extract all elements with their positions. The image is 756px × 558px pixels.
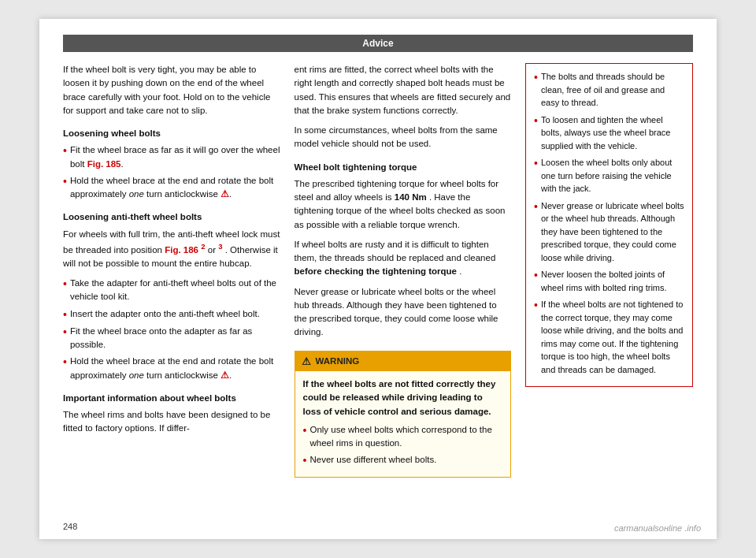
warning-bullet-dot-1: • bbox=[303, 423, 307, 437]
advice-bullet-dot-2: • bbox=[534, 113, 538, 128]
advice-bullet-3: • Loosen the wheel bolts only about one … bbox=[534, 156, 684, 195]
bullet-item-4: • Insert the adapter onto the anti-theft… bbox=[63, 307, 280, 322]
torque-value: 140 Nm bbox=[395, 192, 427, 202]
page-number: 248 bbox=[63, 522, 77, 531]
section2-title: Loosening anti-theft wheel bolts bbox=[63, 210, 280, 224]
bullet-item-1: • Fit the wheel brace as far as it will … bbox=[63, 143, 280, 171]
left-column: If the wheel bolt is very tight, you may… bbox=[63, 63, 280, 478]
bullet-dot-2: • bbox=[63, 174, 67, 188]
warning-item-1: • Only use wheel bolts which correspond … bbox=[303, 423, 503, 451]
mid-para2: In some circumstances, wheel bolts from … bbox=[295, 124, 512, 151]
bullet-text-3: Take the adapter for anti-theft wheel bo… bbox=[70, 277, 280, 304]
warning-bullet-text-1: Only use wheel bolts which correspond to… bbox=[309, 423, 502, 451]
advice-bullet-dot-4: • bbox=[534, 199, 538, 214]
mid-para3: The prescribed tightening torque for whe… bbox=[295, 177, 512, 232]
warning-symbol-2: ⚠ bbox=[220, 370, 229, 380]
warning-para: If the wheel bolts are not fitted correc… bbox=[303, 378, 503, 418]
advice-bullet-2: • To loosen and tighten the wheel bolts,… bbox=[534, 113, 684, 153]
advice-bullet-dot-3: • bbox=[534, 156, 538, 170]
advice-bullet-text-3: Loosen the wheel bolts only about one tu… bbox=[541, 156, 684, 195]
bullet-text-5: Fit the wheel brace onto the adapter as … bbox=[70, 325, 280, 352]
section3-title: Important information about wheel bolts bbox=[63, 392, 280, 405]
advice-title: Advice bbox=[362, 38, 393, 49]
bullet-item-2: • Hold the wheel brace at the end and ro… bbox=[63, 174, 280, 202]
warning-bullet-dot-2: • bbox=[303, 453, 307, 467]
bullet-dot-5: • bbox=[63, 325, 67, 339]
bullet-item-5: • Fit the wheel brace onto the adapter a… bbox=[63, 325, 280, 352]
right-column: • The bolts and threads should be clean,… bbox=[525, 63, 693, 478]
bullet-text-6: Hold the wheel brace at the end and rota… bbox=[70, 355, 280, 382]
advice-bullet-text-2: To loosen and tighten the wheel bolts, a… bbox=[541, 113, 684, 153]
advice-box: • The bolts and threads should be clean,… bbox=[525, 63, 693, 387]
advice-bullet-text-6: If the wheel bolts are not tightened to … bbox=[541, 298, 684, 376]
advice-bullet-4: • Never grease or lubricate wheel bolts … bbox=[534, 199, 684, 265]
advice-bullet-text-5: Never loosen the bolted joints of wheel … bbox=[541, 268, 684, 294]
warning-bullet-text-2: Never use different wheel bolts. bbox=[309, 453, 436, 467]
watermark: carmanualsонline .info bbox=[614, 523, 701, 533]
section3-para: The wheel rims and bolts have been desig… bbox=[63, 408, 280, 436]
bullet-dot-1: • bbox=[63, 143, 67, 158]
advice-bullet-1: • The bolts and threads should be clean,… bbox=[534, 70, 684, 110]
torque-section-title: Wheel bolt tightening torque bbox=[295, 161, 512, 174]
bullet-dot-4: • bbox=[63, 307, 67, 322]
mid-column: ent rims are fitted, the correct wheel b… bbox=[295, 63, 512, 478]
section2-para: For wheels with full trim, the anti-thef… bbox=[63, 228, 280, 271]
bullet-text-4: Insert the adapter onto the anti-theft w… bbox=[70, 307, 260, 321]
warning-header: ⚠ WARNING bbox=[295, 352, 511, 372]
advice-bullet-5: • Never loosen the bolted joints of whee… bbox=[534, 268, 684, 294]
advice-bullet-dot-5: • bbox=[534, 268, 538, 282]
mid-para1: ent rims are fitted, the correct wheel b… bbox=[295, 63, 512, 117]
warning-symbol-1: ⚠ bbox=[220, 189, 229, 199]
bullet-text-1: Fit the wheel brace as far as it will go… bbox=[70, 143, 280, 171]
mid-para4: If wheel bolts are rusty and it is diffi… bbox=[295, 238, 512, 279]
intro-text: If the wheel bolt is very tight, you may… bbox=[63, 63, 280, 117]
advice-bullet-text-1: The bolts and threads should be clean, f… bbox=[541, 70, 684, 110]
bullet-text-2: Hold the wheel brace at the end and rota… bbox=[70, 174, 280, 202]
bold-torque-text: before checking the tightening torque bbox=[295, 266, 457, 276]
bullet-dot-6: • bbox=[63, 355, 67, 369]
page: Advice If the wheel bolt is very tight, … bbox=[39, 19, 717, 539]
warning-label: WARNING bbox=[316, 355, 360, 368]
fig185-ref: Fig. 185 bbox=[87, 159, 121, 169]
mid-para5: Never grease or lubricate wheel bolts or… bbox=[295, 285, 512, 340]
advice-bullet-dot-1: • bbox=[534, 70, 538, 84]
warning-item-2: • Never use different wheel bolts. bbox=[303, 453, 503, 467]
content-columns: If the wheel bolt is very tight, you may… bbox=[63, 63, 693, 478]
advice-bullet-6: • If the wheel bolts are not tightened t… bbox=[534, 298, 684, 376]
advice-header: Advice bbox=[63, 35, 693, 52]
advice-bullet-text-4: Never grease or lubricate wheel bolts or… bbox=[541, 199, 684, 265]
section1-title: Loosening wheel bolts bbox=[63, 127, 280, 140]
advice-bullet-dot-6: • bbox=[534, 298, 538, 312]
bullet-dot-3: • bbox=[63, 277, 67, 291]
warning-triangle-icon: ⚠ bbox=[302, 354, 311, 370]
warning-box: ⚠ WARNING If the wheel bolts are not fit… bbox=[295, 351, 512, 478]
bullet-item-3: • Take the adapter for anti-theft wheel … bbox=[63, 277, 280, 304]
bullet-item-6: • Hold the wheel brace at the end and ro… bbox=[63, 355, 280, 382]
